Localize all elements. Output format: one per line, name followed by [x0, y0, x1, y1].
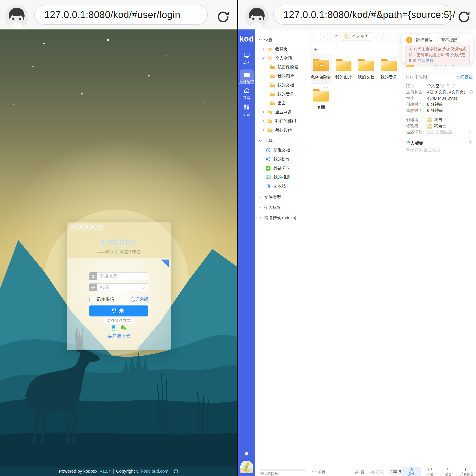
- qr-login-toggle[interactable]: [161, 260, 169, 267]
- left-reload-button[interactable]: [216, 10, 230, 24]
- right-reload-button[interactable]: [457, 10, 471, 24]
- tree-section-location[interactable]: 位置: [255, 35, 309, 44]
- detail-value: 我自己: [434, 117, 447, 123]
- tree-item-favorites[interactable]: 收藏夹: [255, 45, 312, 54]
- tree-item-my-department[interactable]: 我在的部门: [255, 116, 312, 125]
- tree-item-shared-with-me[interactable]: 与我协作: [255, 125, 312, 134]
- details-divider: [406, 138, 473, 138]
- browser-profile-avatar[interactable]: [245, 5, 269, 29]
- tree-section-personal-tags[interactable]: 个人标签: [255, 203, 309, 212]
- tree-section-tools[interactable]: 工具: [255, 137, 309, 145]
- chevron-down-icon[interactable]: [258, 38, 262, 41]
- footer-info-icon[interactable]: [173, 469, 178, 474]
- chevron-down-icon[interactable]: [262, 56, 265, 60]
- item-menu-dots[interactable]: ⋯: [368, 55, 375, 59]
- detail-row-size: 大小: 434B (434 Byte): [406, 95, 457, 101]
- clock-icon: [266, 147, 271, 153]
- tab-discussion[interactable]: 讨论: [421, 467, 439, 476]
- setup-now-link[interactable]: 立即设置: [418, 58, 433, 63]
- caret-down-icon: [99, 226, 101, 228]
- tree-section-network-mount[interactable]: 网络挂载 (admin): [255, 213, 309, 222]
- bell-icon: [446, 467, 451, 472]
- right-address-bar[interactable]: 127.0.0.1:8080/kod/#&path={source:5}/: [273, 5, 453, 25]
- tab-related-info[interactable]: 关联信息: [458, 467, 476, 476]
- up-button[interactable]: [333, 33, 339, 39]
- back-button[interactable]: [313, 33, 321, 40]
- qq-login-icon[interactable]: [111, 325, 117, 331]
- folder-item-my-documents[interactable]: ⋯ 我的文档: [356, 54, 376, 83]
- chevron-right-icon[interactable]: [258, 206, 262, 210]
- sidebar-item-more[interactable]: 更多: [238, 104, 255, 117]
- folder-item-my-music[interactable]: ⋯ 我的音乐: [379, 54, 399, 83]
- folder-icon: [270, 83, 275, 87]
- folder-safe-icon: [313, 58, 329, 72]
- sidebar-item-desktop[interactable]: 桌面: [238, 52, 255, 65]
- tree-item-enterprise-drive[interactable]: 企业网盘: [255, 108, 312, 116]
- chevron-right-icon[interactable]: [262, 110, 265, 114]
- tree-item-recent-documents[interactable]: 最近文档: [255, 146, 316, 155]
- item-menu-dots[interactable]: ⋯: [323, 55, 330, 60]
- forward-button[interactable]: [321, 33, 328, 40]
- chevron-right-icon[interactable]: [262, 128, 265, 132]
- wechat-login-icon[interactable]: [120, 325, 127, 331]
- star-bullet: ★: [408, 47, 412, 52]
- notification-header: 运行警告 暂不提醒 ×: [406, 36, 470, 44]
- forgot-password-link[interactable]: 忘记密码: [131, 297, 148, 302]
- tree-item-recycle-bin[interactable]: 回收站: [255, 182, 316, 191]
- description-placeholder[interactable]: 添加文档描述...: [427, 129, 456, 135]
- login-submit-button[interactable]: 登录: [89, 305, 148, 317]
- chevron-right-icon[interactable]: [258, 195, 262, 199]
- chevron-right-icon[interactable]: [258, 216, 262, 220]
- folder-item-desktop[interactable]: ⋯ 桌面: [311, 85, 331, 113]
- dismiss-button[interactable]: 暂不提醒: [438, 36, 461, 44]
- link-icon[interactable]: [452, 84, 456, 88]
- sidebar-item-official-site[interactable]: 官网: [238, 87, 255, 100]
- user-icon: [89, 272, 97, 280]
- tree-item-my-collaboration[interactable]: 我的协作: [255, 155, 316, 163]
- close-icon[interactable]: ×: [467, 38, 470, 42]
- footer-version-link[interactable]: V1.54: [100, 469, 111, 474]
- item-menu-dots[interactable]: ⋯: [345, 55, 352, 59]
- info-icon[interactable]: [469, 90, 473, 94]
- folder-icon: [270, 101, 275, 105]
- left-address-bar[interactable]: 127.0.0.1:8080/kod/#user/login: [34, 5, 208, 25]
- chevron-right-icon[interactable]: [262, 48, 265, 51]
- item-menu-dots[interactable]: ⋯: [323, 85, 330, 90]
- account-input[interactable]: [97, 272, 148, 280]
- notification-title: 运行警告: [416, 37, 433, 43]
- folder-item-my-pictures[interactable]: ⋯ 我的图片: [333, 54, 354, 83]
- new-item-button[interactable]: +: [311, 46, 320, 53]
- browser-profile-avatar[interactable]: [5, 5, 29, 29]
- tab-activity[interactable]: 动态: [439, 467, 458, 476]
- sidebar-item-file-manager[interactable]: 文件管理: [238, 71, 255, 85]
- password-input[interactable]: [97, 283, 148, 291]
- chevron-down-icon[interactable]: [258, 139, 262, 143]
- footer-site-link[interactable]: kodcloud.com: [141, 469, 168, 474]
- tree-section-file-types[interactable]: 文件类型: [255, 193, 309, 202]
- notification-bell-icon[interactable]: [244, 451, 250, 457]
- space-capacity-link[interactable]: 空间容量: [456, 74, 473, 80]
- item-menu-dots[interactable]: ⋯: [391, 55, 398, 59]
- folder-item-private-safe[interactable]: ⋯ 私密保险箱: [311, 54, 331, 84]
- client-download-link[interactable]: 客户端下载: [107, 333, 131, 338]
- language-selector[interactable]: Language: [69, 224, 104, 230]
- password-row: [89, 283, 148, 291]
- tree-item-personal-space[interactable]: 个人空间: [255, 54, 312, 63]
- detail-value: 4项 (0文件, 4文件夹): [427, 89, 465, 95]
- folder-icon: [358, 58, 374, 72]
- right-browser-chrome: 127.0.0.1:8080/kod/#&path={source:5}/: [238, 0, 476, 29]
- detail-row-contains: 当前包含: 4项 (0文件, 4文件夹): [406, 89, 473, 95]
- edit-pencil-icon[interactable]: [469, 130, 473, 134]
- tree-item-external-links[interactable]: 外链分享: [255, 164, 316, 173]
- copy-icon[interactable]: [446, 84, 450, 88]
- breadcrumb[interactable]: 个人空间: [341, 32, 372, 41]
- folder-icon: [243, 71, 250, 78]
- password-visibility-icon[interactable]: [141, 285, 146, 290]
- tree-item-my-album[interactable]: 我的相册: [255, 173, 316, 181]
- bookmark-icon[interactable]: [468, 141, 473, 145]
- user-avatar[interactable]: [240, 461, 253, 473]
- chevron-right-icon[interactable]: [262, 119, 265, 123]
- remember-checkbox[interactable]: [89, 297, 94, 302]
- tags-empty-text[interactable]: 暂无标签,点击设置: [406, 147, 441, 153]
- tab-properties[interactable]: 属性: [402, 467, 421, 476]
